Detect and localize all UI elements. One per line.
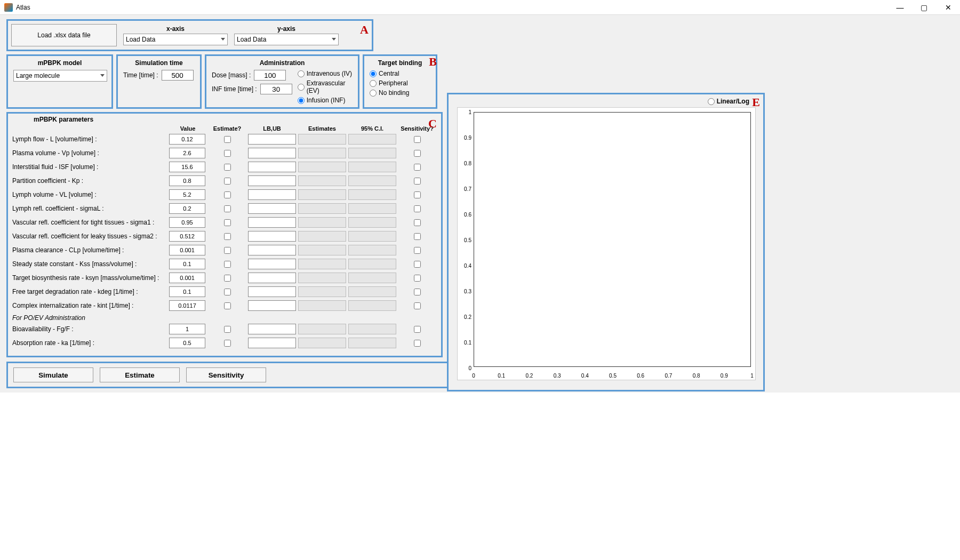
param-lbub-input[interactable]	[248, 273, 296, 283]
param-estimate-check[interactable]	[224, 191, 231, 198]
target-central-radio[interactable]	[370, 70, 377, 77]
param-lbub-input[interactable]	[248, 175, 296, 186]
estimate-button[interactable]: Estimate	[100, 367, 180, 382]
param-value-input[interactable]	[169, 162, 205, 172]
inftime-input[interactable]	[260, 84, 292, 94]
param-sensitivity-check[interactable]	[414, 164, 421, 171]
param-lbub-input[interactable]	[248, 245, 296, 255]
route-inf-radio[interactable]	[298, 97, 305, 104]
simulate-button[interactable]: Simulate	[13, 367, 93, 382]
param-lbub-input[interactable]	[248, 300, 296, 311]
param-estimate-check[interactable]	[224, 219, 231, 226]
param-lbub-input[interactable]	[248, 189, 296, 200]
param-row: Bioavailability - Fg/F :	[12, 324, 437, 334]
linlog-radio[interactable]	[708, 98, 715, 105]
param-lbub-input[interactable]	[248, 231, 296, 242]
param-label: Vascular refl. coefficient for tight tis…	[12, 219, 167, 226]
param-sensitivity-check[interactable]	[414, 326, 421, 333]
param-estimate-check[interactable]	[224, 289, 231, 295]
model-combo[interactable]: Large molecule	[13, 70, 107, 82]
model-box: mPBPK model Large molecule	[6, 54, 113, 109]
param-estimate-check[interactable]	[224, 178, 231, 185]
param-sensitivity-check[interactable]	[414, 340, 421, 347]
param-estimate-check[interactable]	[224, 261, 231, 268]
ytick: 0.5	[458, 237, 471, 243]
param-estimate-check[interactable]	[224, 302, 231, 309]
admin-box: Administration Dose [mass] : INF time [t…	[205, 54, 359, 109]
maximize-button[interactable]: ▢	[912, 0, 936, 15]
param-lbub-input[interactable]	[248, 259, 296, 269]
param-value-input[interactable]	[169, 286, 205, 297]
close-button[interactable]: ✕	[936, 0, 960, 15]
param-sensitivity-check[interactable]	[414, 302, 421, 309]
route-ev-radio[interactable]	[298, 84, 305, 91]
param-value-input[interactable]	[169, 134, 205, 145]
param-value-input[interactable]	[169, 300, 205, 311]
param-estimate-check[interactable]	[224, 150, 231, 157]
route-iv-radio[interactable]	[298, 70, 305, 77]
param-estimates-display	[298, 245, 346, 255]
param-lbub-input[interactable]	[248, 203, 296, 214]
param-estimate-check[interactable]	[224, 136, 231, 143]
param-lbub-input[interactable]	[248, 148, 296, 158]
param-value-input[interactable]	[169, 259, 205, 269]
params-title: mPBPK parameters	[12, 116, 437, 123]
simtime-input[interactable]	[162, 70, 194, 81]
param-estimate-check[interactable]	[224, 247, 231, 254]
param-estimates-display	[298, 300, 346, 311]
param-value-input[interactable]	[169, 189, 205, 200]
param-value-input[interactable]	[169, 338, 205, 348]
param-sensitivity-check[interactable]	[414, 219, 421, 226]
param-estimate-check[interactable]	[224, 275, 231, 282]
param-lbub-input[interactable]	[248, 286, 296, 297]
param-sensitivity-check[interactable]	[414, 261, 421, 268]
param-lbub-input[interactable]	[248, 338, 296, 348]
minimize-button[interactable]: ―	[888, 0, 912, 15]
param-sensitivity-check[interactable]	[414, 150, 421, 157]
param-value-input[interactable]	[169, 217, 205, 228]
param-value-input[interactable]	[169, 231, 205, 242]
param-value-input[interactable]	[169, 245, 205, 255]
target-peripheral-label: Peripheral	[379, 79, 408, 87]
param-row: Vascular refl. coefficient for leaky tis…	[12, 231, 437, 242]
param-sensitivity-check[interactable]	[414, 275, 421, 282]
param-sensitivity-check[interactable]	[414, 233, 421, 240]
load-data-button[interactable]: Load .xlsx data file	[11, 24, 117, 46]
ytick: 0.6	[458, 212, 471, 218]
param-lbub-input[interactable]	[248, 162, 296, 172]
param-label: Target biosynthesis rate - ksyn [mass/vo…	[12, 274, 167, 282]
param-value-input[interactable]	[169, 324, 205, 334]
param-estimate-check[interactable]	[224, 326, 231, 333]
target-none-label: No binding	[379, 89, 409, 97]
param-estimate-check[interactable]	[224, 164, 231, 171]
param-lbub-input[interactable]	[248, 134, 296, 145]
param-sensitivity-check[interactable]	[414, 178, 421, 185]
plot-area[interactable]: 10.90.80.70.60.50.40.30.20.10 00.10.20.3…	[457, 107, 756, 380]
param-sensitivity-check[interactable]	[414, 205, 421, 212]
sensitivity-button[interactable]: Sensitivity	[186, 367, 266, 382]
param-ci-display	[348, 148, 396, 158]
param-sensitivity-check[interactable]	[414, 191, 421, 198]
param-value-input[interactable]	[169, 175, 205, 186]
param-lbub-input[interactable]	[248, 217, 296, 228]
param-value-input[interactable]	[169, 273, 205, 283]
target-peripheral-radio[interactable]	[370, 80, 377, 87]
xaxis-combo[interactable]: Load Data	[123, 34, 228, 45]
plot-axes	[474, 112, 751, 367]
param-row: Interstitial fluid - ISF [volume] :	[12, 162, 437, 172]
dose-input[interactable]	[254, 70, 286, 81]
yaxis-combo[interactable]: Load Data	[234, 34, 339, 45]
param-estimate-check[interactable]	[224, 340, 231, 347]
param-estimate-check[interactable]	[224, 205, 231, 212]
param-label: Lymph volume - VL [volume] :	[12, 191, 167, 198]
param-lbub-input[interactable]	[248, 324, 296, 334]
param-sensitivity-check[interactable]	[414, 136, 421, 143]
param-sensitivity-check[interactable]	[414, 247, 421, 254]
panel-c-letter: C	[428, 117, 437, 131]
param-estimate-check[interactable]	[224, 233, 231, 240]
param-sensitivity-check[interactable]	[414, 289, 421, 295]
dose-label: Dose [mass] :	[212, 71, 251, 79]
param-value-input[interactable]	[169, 148, 205, 158]
target-none-radio[interactable]	[370, 90, 377, 97]
param-value-input[interactable]	[169, 203, 205, 214]
